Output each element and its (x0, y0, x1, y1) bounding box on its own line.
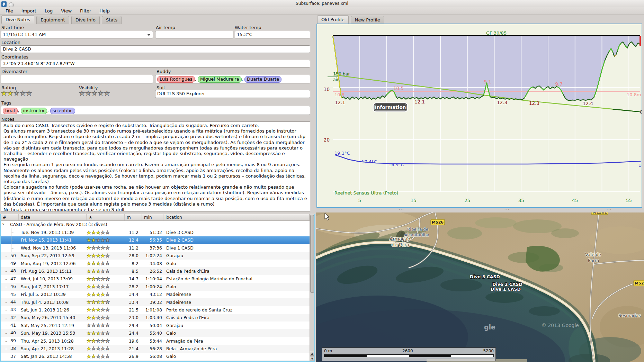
visibility-stars[interactable]: ★★★★★ (79, 90, 110, 97)
star-icon: ★ (100, 229, 105, 236)
location-field[interactable]: Dive 2 CASD (1, 45, 310, 53)
tab-old-profile[interactable]: Old Profile (317, 15, 349, 24)
star-icon[interactable]: ★ (104, 89, 110, 97)
dive-list-header[interactable]: # date ★ m min location (1, 214, 310, 221)
star-icon[interactable]: ★ (98, 89, 104, 97)
dive-row[interactable]: –42Sun, May 26, 2013 15:40★★★★★23.01:03:… (1, 314, 310, 322)
star-icon[interactable]: ★ (85, 89, 91, 97)
dive-row[interactable]: –49Mon, Aug 19, 2013 12:06★★★★★8.234:08G… (1, 260, 310, 267)
dive-row[interactable]: –43Sat, Jun 1, 2013 11:26★★★★★21.51:01:0… (1, 306, 310, 314)
pill-boat[interactable]: boat (3, 108, 18, 114)
menu-view[interactable]: View (57, 8, 75, 14)
col-depth[interactable]: m (125, 214, 142, 220)
dive-row[interactable]: –40Sun, May 19, 2013 15:53★★★★★24.455:40… (1, 329, 310, 337)
tab-new-profile[interactable]: New Profile (351, 16, 384, 24)
tab-stats[interactable]: Stats (102, 16, 122, 24)
star-icon[interactable]: ★ (79, 89, 85, 97)
sensor-label: Reefnet Sensus Ultra (Preto) (334, 190, 398, 196)
suit-field[interactable]: DUI TLS 350 Explorer (155, 90, 310, 98)
information-tooltip[interactable]: Information (373, 103, 408, 112)
star-icon: ★ (100, 276, 105, 282)
menu-help[interactable]: Help (96, 8, 113, 14)
rating-stars[interactable]: ★★★★★ (1, 90, 32, 97)
air-temp-field[interactable] (155, 31, 233, 38)
star-icon: ★ (105, 338, 110, 344)
water-temp-label: Water temp (235, 25, 261, 30)
star-icon[interactable]: ★ (91, 89, 98, 97)
scrollbar-thumb[interactable] (310, 215, 314, 293)
star-icon: ★ (87, 353, 91, 360)
pill-Duarte Duarte[interactable]: Duarte Duarte (244, 76, 281, 83)
notes-field[interactable]: Aula do curso CASD. Transectos c/video e… (1, 121, 310, 211)
scale-zero: 0 m (324, 349, 332, 353)
menu-import[interactable]: Import (18, 8, 40, 14)
dive-row[interactable]: –Tue, Nov 19, 2013 11:39★★★★★11.251:32Di… (1, 228, 310, 236)
star-icon: ★ (100, 283, 105, 290)
chevron-down-icon[interactable] (147, 34, 150, 36)
dive-row[interactable]: –41Sat, May 25, 2013 12:19★★★★★29.450:04… (1, 322, 310, 329)
pill-Miguel Madureira[interactable]: Miguel Madureira (198, 76, 242, 83)
menu-filter[interactable]: Filter (77, 8, 95, 14)
star-icon[interactable]: ★ (1, 89, 7, 97)
start-time-combo[interactable]: 11/15/13 11:41 AM (1, 31, 153, 38)
tab-dive-info[interactable]: Dive Info (71, 16, 100, 24)
dive-list-scrollbar[interactable]: ▲ ▼ (310, 214, 314, 361)
star-icon: ★ (105, 253, 110, 259)
dive-row[interactable]: –36Sun, Jan 20, 2013 12:33★★★★★21.758:36… (1, 360, 310, 361)
panel-splitter[interactable]: ········· (316, 208, 644, 212)
svg-text:12.4: 12.4 (583, 101, 593, 106)
star-icon: ★ (100, 307, 105, 313)
col-duration[interactable]: min (142, 214, 163, 220)
pill-Luís Rodrigues[interactable]: Luís Rodrigues (157, 76, 195, 83)
dive-row[interactable]: –39Thu, Apr 25, 2013 10:28★★★★★19.653:44… (1, 337, 310, 345)
menu-log[interactable]: Log (41, 8, 56, 14)
map-canvas[interactable]: M526 M1261 M526 Armação de Pêra Ribeira … (316, 212, 644, 362)
scroll-down-button[interactable]: ▼ (310, 356, 314, 361)
coordinates-field[interactable]: 37°05'23.460"N 8°20'47.879"W (1, 60, 310, 67)
svg-text:Parra: Parra (588, 258, 599, 263)
tags-field[interactable]: boat, instructor, scientific (1, 106, 310, 115)
tab-dive-notes[interactable]: Dive Notes (1, 15, 34, 24)
dive-profile-panel: 10.810.8m150 barair8019.1°C17.4°C16.9°C1… (316, 24, 642, 208)
dive-row[interactable]: –47Wed, Jul 10, 2013 13:09★★★★★14.71:10:… (1, 275, 310, 283)
svg-text:9.1: 9.1 (484, 79, 491, 84)
dive-row[interactable]: –37Sat, Jan 26, 2013 14:58★★★★★26.956:08… (1, 353, 310, 360)
dive-row[interactable]: –46Sun, Jul 7, 2013 17:17★★★★★28.21:00:2… (1, 283, 310, 290)
dive-row[interactable]: –48Fri, Aug 16, 2013 15:11★★★★★8.526:52C… (1, 267, 310, 275)
col-location[interactable]: location (163, 214, 310, 220)
star-icon[interactable]: ★ (14, 89, 20, 97)
trip-header-row[interactable]: ∨–CASD - Armação de Pêra, Nov 2013 (3 di… (1, 221, 310, 228)
dive-row[interactable]: –50Sun, Sep 22, 2013 12:59★★★★★28.01:02:… (1, 252, 310, 260)
star-icon[interactable]: ★ (26, 89, 32, 97)
svg-text:10.5: 10.5 (393, 85, 404, 91)
star-icon: ★ (91, 268, 96, 274)
menu-file[interactable]: File (2, 8, 17, 14)
title-bar[interactable]: Subsurface: paneves.xml (0, 0, 644, 7)
col-number[interactable]: # (1, 214, 19, 220)
star-icon: ★ (100, 338, 105, 344)
dive-row[interactable]: –Fri, Nov 15, 2013 11:41★★★★★12.456:35Di… (1, 236, 310, 244)
dive-row[interactable]: –44Thu, Jul 4, 2013 10:08★★★★★33.439:32M… (1, 298, 310, 306)
svg-text:10.8: 10.8 (334, 92, 345, 97)
star-icon[interactable]: ★ (7, 89, 14, 97)
dive-row[interactable]: –38Sun, Apr 21, 2013 11:28★★★★★21.456:28… (1, 345, 310, 352)
dive-row[interactable]: –Wed, Nov 13, 2013 11:06★★★★★11.237:36Di… (1, 244, 310, 252)
star-icon: ★ (105, 229, 110, 236)
water-temp-field[interactable]: 15.3°C (235, 31, 310, 38)
buddy-field[interactable]: Luís Rodrigues, Miguel Madureira, Duarte… (155, 75, 310, 83)
star-icon: ★ (100, 299, 105, 305)
col-date[interactable]: date (19, 214, 87, 220)
map-panel[interactable]: M526 M1261 M526 Armação de Pêra Ribeira … (316, 212, 644, 362)
pill-instructor[interactable]: instructor (21, 108, 47, 114)
pill-scientific[interactable]: scientific (50, 108, 75, 114)
gf-label: GF 30/85 (486, 30, 507, 36)
col-rating[interactable]: ★ (87, 214, 125, 220)
star-icon: ★ (96, 299, 100, 305)
star-icon[interactable]: ★ (20, 89, 26, 97)
divemaster-field[interactable] (1, 75, 153, 83)
star-icon: ★ (91, 353, 96, 360)
dive-row[interactable]: –45Fri, Jul 5, 2013 10:39★★★★★34.443:12M… (1, 291, 310, 298)
scroll-up-button[interactable]: ▲ (310, 351, 314, 356)
star-icon: ★ (91, 291, 96, 298)
tab-equipment[interactable]: Equipment (36, 16, 69, 24)
